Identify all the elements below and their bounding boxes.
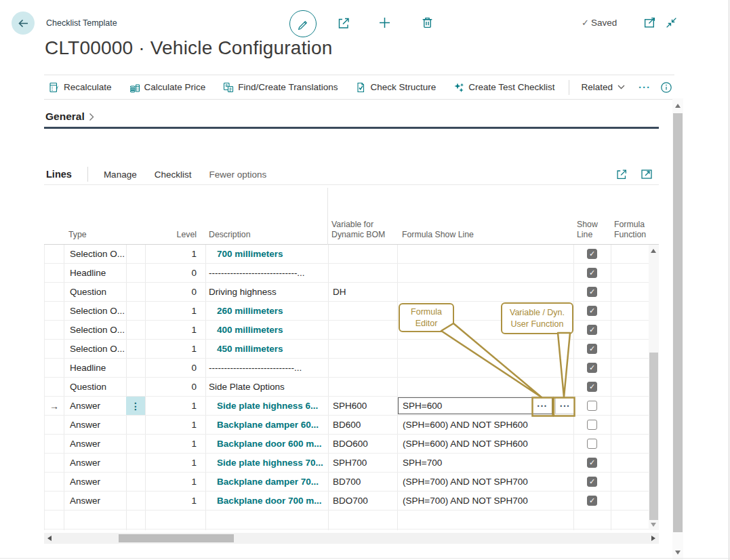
cell-type[interactable]: Answer <box>64 473 126 491</box>
cell-level[interactable]: 1 <box>145 416 205 434</box>
show-line-checkbox-unchecked[interactable] <box>587 439 597 449</box>
cell-description-link[interactable]: Side plate highness 6... <box>205 397 328 415</box>
menu-fewer-options[interactable]: Fewer options <box>209 169 266 180</box>
formula-editor-value[interactable]: SPH=600 <box>399 398 533 414</box>
scroll-thumb[interactable] <box>649 353 658 520</box>
table-horizontal-scrollbar[interactable] <box>44 533 659 544</box>
formula-editor-field[interactable]: SPH=600··· <box>398 397 552 414</box>
cell-level[interactable]: 1 <box>145 340 205 358</box>
edit-button[interactable] <box>289 10 317 37</box>
section-general[interactable]: General <box>45 111 94 123</box>
cell-variable-for-dynamic-bom[interactable]: DH <box>328 283 397 301</box>
cell-type[interactable]: Question <box>64 283 126 301</box>
menu-checklist[interactable]: Checklist <box>155 169 192 180</box>
cell-description[interactable]: Side Plate Options <box>205 378 328 396</box>
cell-variable-for-dynamic-bom[interactable]: BD600 <box>328 416 397 434</box>
show-line-checkbox-checked[interactable]: ✓ <box>587 287 597 297</box>
cell-type[interactable]: Answer <box>64 416 126 434</box>
cell-description-link[interactable]: 260 millimeters <box>205 302 328 320</box>
cell-level[interactable]: 1 <box>145 302 205 320</box>
lines-focus-button[interactable] <box>640 167 653 181</box>
cell-type[interactable]: Answer <box>64 397 126 415</box>
col-header-type[interactable]: Type <box>68 230 87 240</box>
cell-level[interactable]: 1 <box>145 435 205 453</box>
new-button[interactable] <box>378 16 392 30</box>
cell-description[interactable]: Driving highness <box>205 283 328 301</box>
cell-type[interactable]: Answer <box>64 492 126 510</box>
cell-description-link[interactable]: 450 millimeters <box>205 340 328 358</box>
cell-description-link[interactable]: 700 millimeters <box>205 245 328 263</box>
col-header-show-line[interactable]: Show Line <box>577 220 605 240</box>
col-header-variable[interactable]: Variable for Dynamic BOM <box>331 220 386 240</box>
cell-description[interactable]: -----------------------------... <box>205 264 328 282</box>
cell-level[interactable]: 1 <box>145 473 205 491</box>
variable-dyn-user-function-assist-button[interactable]: ··· <box>555 397 575 414</box>
cell-type[interactable]: Answer <box>64 435 126 453</box>
col-header-description[interactable]: Description <box>209 230 251 240</box>
cell-description-link[interactable]: Backplane damper 60... <box>205 416 328 434</box>
col-header-formula-show-line[interactable]: Formula Show Line <box>402 230 474 240</box>
cell-description-link[interactable]: Side plate highness 70... <box>205 454 328 472</box>
col-header-level[interactable]: Level <box>144 230 197 240</box>
cell-description[interactable]: ----------------------------... <box>205 359 328 377</box>
cell-type[interactable]: Question <box>64 378 126 396</box>
cell-level[interactable]: 0 <box>145 283 205 301</box>
action-check-structure[interactable]: Check Structure <box>355 82 436 93</box>
delete-button[interactable] <box>420 16 434 30</box>
scroll-down-arrow[interactable] <box>651 523 656 527</box>
cell-type[interactable]: Headline <box>64 359 126 377</box>
cell-formula-show-line[interactable]: (SPH=700) AND NOT SPH700 <box>397 473 573 491</box>
action-recalculate[interactable]: Recalculate <box>49 82 112 93</box>
cell-description-link[interactable]: Backplane door 600 m... <box>205 435 328 453</box>
show-line-checkbox-checked[interactable]: ✓ <box>587 249 597 259</box>
cell-variable-for-dynamic-bom[interactable]: BD700 <box>328 473 397 491</box>
back-button[interactable] <box>12 12 35 35</box>
menu-manage[interactable]: Manage <box>104 169 137 180</box>
scroll-up-arrow[interactable] <box>651 249 656 253</box>
cell-formula-show-line[interactable]: (SPH=600) AND NOT SPH600 <box>397 416 573 434</box>
open-in-window-button[interactable] <box>643 16 656 29</box>
cell-level[interactable]: 1 <box>145 397 205 415</box>
cell-type[interactable]: Answer <box>64 454 126 472</box>
page-scroll-up-arrow[interactable] <box>675 104 681 108</box>
cell-variable-for-dynamic-bom[interactable]: BDO700 <box>328 492 397 510</box>
scroll-right-arrow[interactable] <box>651 536 655 541</box>
page-scrollbar[interactable] <box>672 98 683 560</box>
cell-level[interactable]: 1 <box>145 321 205 339</box>
show-line-checkbox-checked[interactable]: ✓ <box>587 325 597 335</box>
show-line-checkbox-checked[interactable]: ✓ <box>587 268 597 278</box>
cell-variable-for-dynamic-bom[interactable]: SPH600 <box>328 397 397 415</box>
cell-description-link[interactable]: Backplane door 700 m... <box>205 492 328 510</box>
lines-share-button[interactable] <box>615 167 628 181</box>
action-calculate-price[interactable]: Calculate Price <box>129 82 206 93</box>
cell-variable-for-dynamic-bom[interactable]: BDO600 <box>328 435 397 453</box>
show-line-checkbox-unchecked[interactable] <box>587 420 597 430</box>
cell-formula-show-line[interactable]: SPH=700 <box>397 454 573 472</box>
cell-description-link[interactable]: 400 millimeters <box>205 321 328 339</box>
formula-editor-assist-button[interactable]: ··· <box>533 398 552 414</box>
horizontal-scroll-thumb[interactable] <box>119 534 234 542</box>
page-scroll-thumb[interactable] <box>673 113 683 532</box>
table-scrollbar[interactable] <box>649 245 659 530</box>
show-line-checkbox-checked[interactable]: ✓ <box>587 306 597 316</box>
show-line-checkbox-checked[interactable]: ✓ <box>587 344 597 354</box>
show-line-checkbox-checked[interactable]: ✓ <box>587 363 597 373</box>
cell-formula-show-line[interactable]: (SPH=700) AND NOT SPH700 <box>397 492 573 510</box>
col-header-formula-function[interactable]: Formula Function <box>614 220 651 240</box>
cell-formula-show-line[interactable]: SPH=600······ <box>397 397 573 415</box>
scroll-left-arrow[interactable] <box>47 536 52 541</box>
more-options-button[interactable]: ··· <box>638 81 651 93</box>
page-scroll-down-arrow[interactable] <box>675 551 681 555</box>
show-line-checkbox-checked[interactable]: ✓ <box>587 382 597 392</box>
cell-variable-for-dynamic-bom[interactable]: SPH700 <box>328 454 397 472</box>
share-button[interactable] <box>336 16 351 31</box>
collapse-button[interactable] <box>665 16 678 29</box>
cell-type[interactable]: Selection O... <box>64 302 126 320</box>
cell-level[interactable]: 1 <box>145 492 205 510</box>
row-options-button[interactable]: ⋮ <box>126 397 145 415</box>
cell-type[interactable]: Selection O... <box>64 340 126 358</box>
action-find-create-translations[interactable]: Find/Create Translations <box>223 82 338 93</box>
show-line-checkbox-checked[interactable]: ✓ <box>587 496 597 506</box>
show-line-checkbox-checked[interactable]: ✓ <box>587 458 597 468</box>
action-create-test-checklist[interactable]: Create Test Checklist <box>453 82 554 93</box>
